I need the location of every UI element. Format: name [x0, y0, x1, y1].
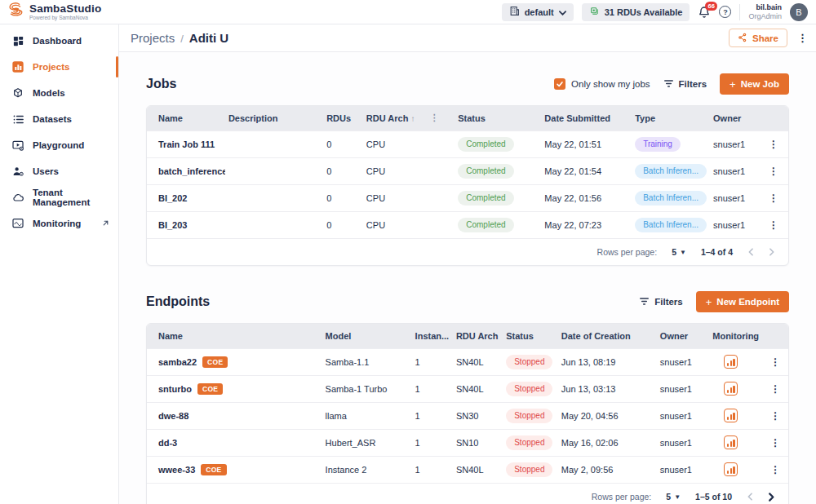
- help-button[interactable]: ?: [719, 6, 731, 18]
- notifications-button[interactable]: 66: [698, 6, 711, 19]
- row-actions-menu[interactable]: ⋮: [763, 402, 789, 429]
- rdus-available-indicator[interactable]: 31 RDUs Available: [582, 3, 690, 21]
- table-row[interactable]: batch_inference 0 CPU Completed May 22, …: [147, 157, 788, 184]
- col-name[interactable]: Name: [147, 324, 322, 348]
- col-owner[interactable]: Owner: [657, 324, 709, 348]
- table-row[interactable]: snturboCOE Samba-1 Turbo 1 SN40L Stopped…: [147, 375, 788, 402]
- sidebar-item-label: Playground: [33, 140, 110, 150]
- row-actions-menu[interactable]: ⋮: [763, 429, 789, 456]
- sidebar-item-dashboard[interactable]: Dashboard: [0, 28, 118, 54]
- monitoring-link-icon[interactable]: [724, 462, 738, 476]
- rows-per-page-select[interactable]: 5▼: [666, 492, 681, 502]
- previous-page-button[interactable]: [747, 248, 754, 256]
- col-model[interactable]: Model: [322, 324, 412, 348]
- sidebar-item-users[interactable]: Users: [0, 158, 118, 184]
- share-button[interactable]: Share: [729, 29, 787, 47]
- job-description: [225, 211, 323, 238]
- row-actions-menu[interactable]: ⋮: [759, 157, 788, 184]
- new-endpoint-button[interactable]: + New Endpoint: [696, 291, 789, 312]
- col-options[interactable]: ⋮: [427, 106, 455, 130]
- table-row[interactable]: samba22COE Samba-1.1 1 SN40L Stopped Jun…: [147, 348, 788, 375]
- table-row[interactable]: BI_202 0 CPU Completed May 22, 01:56 Bat…: [147, 184, 788, 211]
- col-rdus[interactable]: RDUs: [323, 106, 363, 130]
- col-rdu-arch[interactable]: RDU Arch↑: [363, 106, 427, 130]
- monitoring-link-icon[interactable]: [724, 435, 738, 449]
- row-actions-menu[interactable]: ⋮: [763, 348, 789, 375]
- endpoint-instances: 1: [412, 456, 453, 483]
- endpoints-filters-label: Filters: [654, 297, 683, 307]
- job-rdu-arch: CPU: [363, 211, 427, 238]
- table-row[interactable]: Train Job 111 0 CPU Completed May 22, 01…: [147, 130, 788, 157]
- col-date-submitted[interactable]: Date Submitted: [541, 106, 632, 130]
- table-row[interactable]: wwee-33COE Instance 2 1 SN40L Stopped Ma…: [147, 456, 788, 483]
- col-name[interactable]: Name: [147, 106, 225, 130]
- rdus-available-label: 31 RDUs Available: [605, 7, 683, 17]
- sidebar-item-models[interactable]: Models: [0, 80, 118, 106]
- next-page-button[interactable]: [769, 248, 775, 256]
- page-overflow-menu[interactable]: ⋮: [797, 33, 808, 43]
- endpoint-date: Jun 13, 03:13: [558, 375, 657, 402]
- user-avatar[interactable]: B: [790, 3, 808, 21]
- column-menu-icon[interactable]: ⋮: [430, 113, 439, 122]
- row-actions-menu[interactable]: ⋮: [763, 375, 789, 402]
- row-actions-menu[interactable]: ⋮: [759, 130, 788, 157]
- monitoring-link-icon[interactable]: [724, 409, 738, 422]
- endpoint-model: Instance 2: [322, 456, 412, 483]
- sidebar: Dashboard Projects Models Datasets: [0, 24, 119, 504]
- monitoring-link-icon[interactable]: [724, 355, 738, 369]
- breadcrumb-projects-link[interactable]: Projects: [131, 31, 175, 45]
- job-name[interactable]: batch_inference: [147, 157, 225, 184]
- job-name[interactable]: Train Job 111: [147, 130, 225, 157]
- sidebar-item-datasets[interactable]: Datasets: [0, 106, 118, 132]
- table-row[interactable]: dwe-88 llama 1 SN30 Stopped May 20, 04:5…: [147, 402, 788, 429]
- endpoint-name[interactable]: wwee-33: [158, 465, 195, 475]
- col-rdu-arch[interactable]: RDU Arch: [453, 324, 503, 348]
- row-actions-menu[interactable]: ⋮: [763, 456, 789, 483]
- sidebar-item-monitoring[interactable]: Monitoring: [0, 210, 118, 237]
- job-name[interactable]: BI_203: [147, 211, 225, 238]
- next-page-button[interactable]: [768, 493, 775, 502]
- previous-page-button[interactable]: [747, 493, 753, 501]
- sidebar-item-playground[interactable]: Playground: [0, 132, 118, 158]
- col-date-of-creation[interactable]: Date of Creation: [558, 324, 657, 348]
- job-owner: snuser1: [710, 130, 759, 157]
- user-info: bil.bain OrgAdmin: [748, 3, 782, 20]
- sort-asc-icon[interactable]: ↑: [410, 114, 415, 123]
- row-actions-menu[interactable]: ⋮: [759, 211, 788, 238]
- col-status[interactable]: Status: [503, 324, 558, 348]
- col-monitoring[interactable]: Monitoring: [709, 324, 762, 348]
- monitoring-link-icon[interactable]: [724, 382, 738, 396]
- app-title: SambaStudio: [29, 3, 101, 15]
- table-row[interactable]: BI_203 0 CPU Completed May 22, 07:23 Bat…: [147, 211, 788, 238]
- new-job-button[interactable]: + New Job: [720, 73, 789, 95]
- only-show-my-jobs-checkbox[interactable]: Only show my jobs: [554, 78, 650, 90]
- job-owner: snuser1: [710, 184, 759, 211]
- sidebar-item-projects[interactable]: Projects: [0, 54, 118, 80]
- endpoint-name[interactable]: snturbo: [158, 384, 192, 394]
- endpoints-filters-button[interactable]: Filters: [639, 297, 683, 307]
- row-actions-menu[interactable]: ⋮: [759, 184, 788, 211]
- new-endpoint-button-label: New Endpoint: [716, 297, 779, 307]
- status-badge: Stopped: [506, 435, 552, 450]
- sidebar-item-tenant-management[interactable]: Tenant Management: [0, 184, 118, 210]
- jobs-filters-button[interactable]: Filters: [663, 79, 707, 90]
- col-type[interactable]: Type: [632, 106, 710, 130]
- rows-per-page-select[interactable]: 5▼: [672, 247, 686, 257]
- endpoint-rdu-arch: SN10: [453, 429, 503, 456]
- col-description[interactable]: Description: [225, 106, 323, 130]
- endpoint-name[interactable]: dd-3: [158, 438, 177, 448]
- col-status[interactable]: Status: [455, 106, 541, 130]
- endpoint-instances: 1: [412, 348, 453, 375]
- endpoint-name[interactable]: dwe-88: [158, 411, 188, 421]
- tenant-selector[interactable]: default: [502, 3, 574, 21]
- coe-badge: COE: [201, 464, 226, 475]
- table-row[interactable]: dd-3 Hubert_ASR 1 SN10 Stopped May 16, 0…: [147, 429, 788, 456]
- status-badge: Completed: [458, 164, 513, 179]
- endpoint-owner: snuser1: [657, 402, 709, 429]
- col-owner[interactable]: Owner: [710, 106, 759, 130]
- status-badge: Completed: [458, 191, 513, 206]
- endpoint-name[interactable]: samba22: [158, 357, 197, 367]
- endpoint-rdu-arch: SN40L: [453, 456, 503, 483]
- col-instances[interactable]: Instan...: [412, 324, 453, 348]
- job-name[interactable]: BI_202: [147, 184, 225, 211]
